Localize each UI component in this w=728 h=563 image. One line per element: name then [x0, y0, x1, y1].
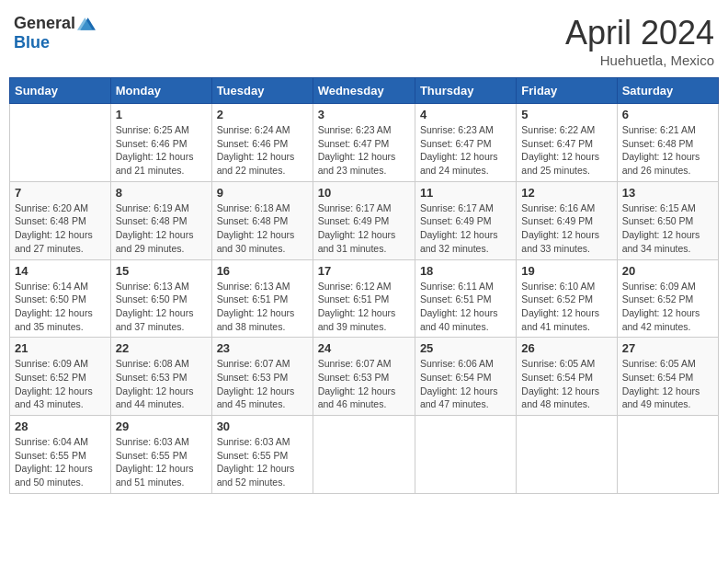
day-cell — [517, 416, 617, 494]
logo-general: General — [14, 14, 75, 33]
day-number: 6 — [622, 108, 713, 121]
calendar-table: SundayMondayTuesdayWednesdayThursdayFrid… — [9, 77, 719, 494]
day-cell: 13Sunrise: 6:15 AMSunset: 6:50 PMDayligh… — [617, 181, 718, 259]
day-info: Sunrise: 6:03 AMSunset: 6:55 PMDaylight:… — [217, 435, 308, 489]
day-cell — [617, 416, 718, 494]
day-number: 27 — [622, 341, 713, 355]
day-cell: 27Sunrise: 6:05 AMSunset: 6:54 PMDayligh… — [617, 338, 718, 416]
column-header-tuesday: Tuesday — [211, 78, 313, 104]
day-info: Sunrise: 6:25 AMSunset: 6:46 PMDaylight:… — [116, 123, 207, 178]
day-number: 28 — [15, 419, 106, 433]
logo: General Blue — [14, 14, 96, 52]
day-number: 12 — [521, 186, 611, 200]
day-cell: 2Sunrise: 6:24 AMSunset: 6:46 PMDaylight… — [211, 104, 313, 182]
day-number: 21 — [15, 341, 106, 355]
day-info: Sunrise: 6:05 AMSunset: 6:54 PMDaylight:… — [521, 357, 611, 411]
day-cell: 14Sunrise: 6:14 AMSunset: 6:50 PMDayligh… — [10, 259, 111, 338]
day-info: Sunrise: 6:24 AMSunset: 6:46 PMDaylight:… — [217, 123, 308, 178]
day-number: 1 — [116, 108, 207, 121]
day-number: 30 — [217, 419, 308, 433]
day-cell: 16Sunrise: 6:13 AMSunset: 6:51 PMDayligh… — [211, 259, 313, 338]
column-header-saturday: Saturday — [617, 78, 718, 104]
logo-blue: Blue — [14, 33, 50, 52]
day-number: 17 — [318, 264, 410, 278]
column-header-friday: Friday — [517, 78, 617, 104]
day-number: 8 — [116, 186, 207, 200]
day-number: 13 — [622, 186, 713, 200]
day-number: 19 — [521, 264, 611, 278]
day-info: Sunrise: 6:23 AMSunset: 6:47 PMDaylight:… — [318, 123, 410, 178]
day-info: Sunrise: 6:23 AMSunset: 6:47 PMDaylight:… — [420, 123, 511, 178]
day-cell: 23Sunrise: 6:07 AMSunset: 6:53 PMDayligh… — [211, 338, 313, 416]
day-info: Sunrise: 6:09 AMSunset: 6:52 PMDaylight:… — [622, 280, 713, 334]
day-cell: 7Sunrise: 6:20 AMSunset: 6:48 PMDaylight… — [10, 181, 111, 259]
day-number: 2 — [217, 108, 308, 121]
day-info: Sunrise: 6:18 AMSunset: 6:48 PMDaylight:… — [217, 201, 308, 256]
day-number: 18 — [420, 264, 511, 278]
location-title: Huehuetla, Mexico — [565, 52, 714, 68]
day-number: 14 — [15, 264, 106, 278]
header-row: SundayMondayTuesdayWednesdayThursdayFrid… — [10, 78, 719, 104]
week-row-1: 1Sunrise: 6:25 AMSunset: 6:46 PMDaylight… — [10, 104, 719, 182]
day-number: 7 — [15, 186, 106, 200]
day-cell: 30Sunrise: 6:03 AMSunset: 6:55 PMDayligh… — [211, 416, 313, 494]
day-number: 24 — [318, 341, 410, 355]
day-info: Sunrise: 6:13 AMSunset: 6:51 PMDaylight:… — [217, 280, 308, 334]
day-number: 25 — [420, 341, 511, 355]
day-info: Sunrise: 6:19 AMSunset: 6:48 PMDaylight:… — [116, 201, 207, 256]
title-area: April 2024 Huehuetla, Mexico — [565, 14, 714, 68]
day-cell: 3Sunrise: 6:23 AMSunset: 6:47 PMDaylight… — [313, 104, 415, 182]
day-number: 23 — [217, 341, 308, 355]
day-number: 4 — [420, 108, 511, 121]
day-info: Sunrise: 6:07 AMSunset: 6:53 PMDaylight:… — [217, 357, 308, 411]
day-cell: 6Sunrise: 6:21 AMSunset: 6:48 PMDaylight… — [617, 104, 718, 182]
day-info: Sunrise: 6:03 AMSunset: 6:55 PMDaylight:… — [116, 435, 207, 489]
week-row-4: 21Sunrise: 6:09 AMSunset: 6:52 PMDayligh… — [10, 338, 719, 416]
day-info: Sunrise: 6:20 AMSunset: 6:48 PMDaylight:… — [15, 201, 106, 256]
day-cell: 1Sunrise: 6:25 AMSunset: 6:46 PMDaylight… — [110, 104, 211, 182]
day-cell: 26Sunrise: 6:05 AMSunset: 6:54 PMDayligh… — [517, 338, 617, 416]
day-cell: 20Sunrise: 6:09 AMSunset: 6:52 PMDayligh… — [617, 259, 718, 338]
day-number: 20 — [622, 264, 713, 278]
day-cell: 10Sunrise: 6:17 AMSunset: 6:49 PMDayligh… — [313, 181, 415, 259]
day-cell — [313, 416, 415, 494]
day-cell: 11Sunrise: 6:17 AMSunset: 6:49 PMDayligh… — [415, 181, 516, 259]
day-info: Sunrise: 6:21 AMSunset: 6:48 PMDaylight:… — [622, 123, 713, 178]
day-cell: 12Sunrise: 6:16 AMSunset: 6:49 PMDayligh… — [517, 181, 617, 259]
day-info: Sunrise: 6:15 AMSunset: 6:50 PMDaylight:… — [622, 201, 713, 256]
day-info: Sunrise: 6:09 AMSunset: 6:52 PMDaylight:… — [15, 357, 106, 411]
week-row-5: 28Sunrise: 6:04 AMSunset: 6:55 PMDayligh… — [10, 416, 719, 494]
column-header-thursday: Thursday — [415, 78, 516, 104]
day-info: Sunrise: 6:05 AMSunset: 6:54 PMDaylight:… — [622, 357, 713, 411]
day-cell: 29Sunrise: 6:03 AMSunset: 6:55 PMDayligh… — [110, 416, 211, 494]
day-info: Sunrise: 6:12 AMSunset: 6:51 PMDaylight:… — [318, 280, 410, 334]
day-cell: 24Sunrise: 6:07 AMSunset: 6:53 PMDayligh… — [313, 338, 415, 416]
day-info: Sunrise: 6:16 AMSunset: 6:49 PMDaylight:… — [521, 201, 611, 256]
day-number: 22 — [116, 341, 207, 355]
day-cell: 22Sunrise: 6:08 AMSunset: 6:53 PMDayligh… — [110, 338, 211, 416]
column-header-sunday: Sunday — [10, 78, 111, 104]
day-number: 11 — [420, 186, 511, 200]
day-cell: 8Sunrise: 6:19 AMSunset: 6:48 PMDaylight… — [110, 181, 211, 259]
day-cell: 25Sunrise: 6:06 AMSunset: 6:54 PMDayligh… — [415, 338, 516, 416]
day-info: Sunrise: 6:08 AMSunset: 6:53 PMDaylight:… — [116, 357, 207, 411]
day-cell: 4Sunrise: 6:23 AMSunset: 6:47 PMDaylight… — [415, 104, 516, 182]
day-number: 5 — [521, 108, 611, 121]
day-cell: 19Sunrise: 6:10 AMSunset: 6:52 PMDayligh… — [517, 259, 617, 338]
day-info: Sunrise: 6:06 AMSunset: 6:54 PMDaylight:… — [420, 357, 511, 411]
day-number: 3 — [318, 108, 410, 121]
month-title: April 2024 — [565, 14, 714, 52]
day-info: Sunrise: 6:04 AMSunset: 6:55 PMDaylight:… — [15, 435, 106, 489]
day-cell: 18Sunrise: 6:11 AMSunset: 6:51 PMDayligh… — [415, 259, 516, 338]
column-header-monday: Monday — [110, 78, 211, 104]
logo-icon — [77, 15, 96, 33]
day-info: Sunrise: 6:14 AMSunset: 6:50 PMDaylight:… — [15, 280, 106, 334]
day-number: 26 — [521, 341, 611, 355]
day-cell: 17Sunrise: 6:12 AMSunset: 6:51 PMDayligh… — [313, 259, 415, 338]
day-cell: 5Sunrise: 6:22 AMSunset: 6:47 PMDaylight… — [517, 104, 617, 182]
day-info: Sunrise: 6:07 AMSunset: 6:53 PMDaylight:… — [318, 357, 410, 411]
day-info: Sunrise: 6:17 AMSunset: 6:49 PMDaylight:… — [318, 201, 410, 256]
day-number: 29 — [116, 419, 207, 433]
day-info: Sunrise: 6:13 AMSunset: 6:50 PMDaylight:… — [116, 280, 207, 334]
day-info: Sunrise: 6:10 AMSunset: 6:52 PMDaylight:… — [521, 280, 611, 334]
